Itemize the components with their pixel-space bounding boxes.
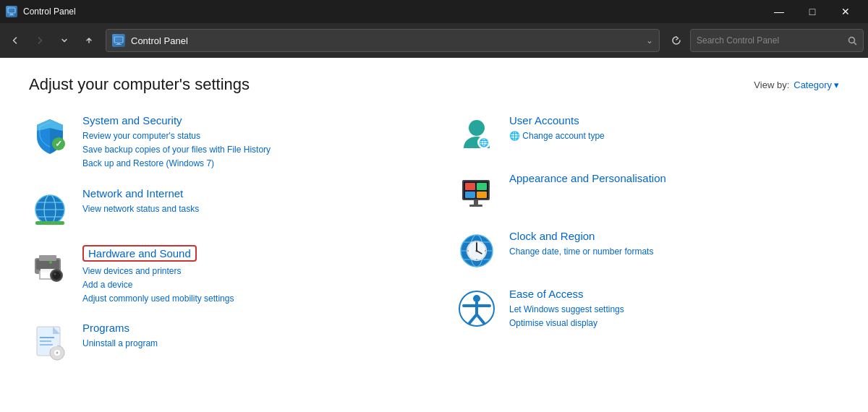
user-accounts-text: User Accounts 🌐 Change account type <box>509 114 839 143</box>
minimize-button[interactable]: — <box>762 0 796 23</box>
svg-rect-43 <box>474 200 478 205</box>
dropdown-button[interactable] <box>54 29 75 52</box>
category-clock-region: Clock and Region Change date, time or nu… <box>456 230 839 272</box>
svg-rect-1 <box>10 14 13 15</box>
svg-rect-28 <box>40 340 51 342</box>
svg-rect-42 <box>477 192 487 198</box>
categories-grid: ✓ System and Security Review your comput… <box>29 114 839 379</box>
network-link-1[interactable]: View network status and tasks <box>82 202 412 216</box>
ease-access-text: Ease of Access Let Windows suggest setti… <box>509 288 839 330</box>
svg-rect-15 <box>36 259 59 270</box>
svg-rect-29 <box>40 344 53 346</box>
category-user-accounts: 🌐 User Accounts 🌐 Change account type <box>456 114 839 156</box>
window-title: Control Panel <box>23 7 76 17</box>
system-security-title[interactable]: System and Security <box>82 114 182 126</box>
view-by-control: View by: Category ▾ <box>754 80 839 90</box>
system-security-link-1[interactable]: Review your computer's status <box>82 129 412 143</box>
svg-rect-27 <box>40 337 54 338</box>
svg-point-55 <box>476 259 477 260</box>
svg-rect-41 <box>465 192 475 198</box>
search-input[interactable] <box>697 35 843 46</box>
clock-region-title[interactable]: Clock and Region <box>509 230 595 242</box>
address-chevron: ⌄ <box>646 35 653 46</box>
app-icon <box>6 6 17 17</box>
system-security-link-3[interactable]: Back up and Restore (Windows 7) <box>82 157 412 171</box>
svg-rect-40 <box>477 183 487 190</box>
ease-access-icon <box>456 288 498 330</box>
category-hardware: Hardware and Sound View devices and prin… <box>29 245 412 306</box>
programs-text: Programs Uninstall a program <box>82 322 412 351</box>
svg-line-61 <box>477 314 484 323</box>
svg-point-24 <box>49 261 52 264</box>
svg-rect-16 <box>39 255 56 261</box>
view-by-dropdown[interactable]: Category ▾ <box>793 80 839 90</box>
network-text: Network and Internet View network status… <box>82 187 412 216</box>
ease-access-link-1[interactable]: Let Windows suggest settings <box>509 303 839 317</box>
ease-access-link-2[interactable]: Optimise visual display <box>509 317 839 330</box>
hardware-title[interactable]: Hardware and Sound <box>82 245 197 262</box>
address-bar: Control Panel ⌄ <box>0 23 868 58</box>
svg-text:✓: ✓ <box>55 139 62 149</box>
hardware-link-1[interactable]: View devices and printers <box>82 265 412 278</box>
category-appearance: Appearance and Personalisation <box>456 172 839 214</box>
maximize-button[interactable]: □ <box>796 0 829 23</box>
page-title: Adjust your computer's settings <box>29 75 250 94</box>
category-programs: Programs Uninstall a program <box>29 322 412 364</box>
ease-access-title[interactable]: Ease of Access <box>509 288 584 300</box>
refresh-button[interactable] <box>665 29 687 52</box>
svg-point-23 <box>54 272 56 275</box>
hardware-icon <box>29 245 71 287</box>
category-system-security: ✓ System and Security Review your comput… <box>29 114 412 171</box>
programs-title[interactable]: Programs <box>82 322 129 334</box>
main-content: Adjust your computer's settings View by:… <box>0 58 868 412</box>
svg-rect-13 <box>35 221 64 225</box>
appearance-title[interactable]: Appearance and Personalisation <box>509 172 666 184</box>
right-column: 🌐 User Accounts 🌐 Change account type <box>456 114 839 379</box>
svg-point-52 <box>476 250 478 252</box>
clock-region-link-1[interactable]: Change date, time or number formats <box>509 245 839 259</box>
page-header: Adjust your computer's settings View by:… <box>29 75 839 94</box>
hardware-text: Hardware and Sound View devices and prin… <box>82 245 412 306</box>
system-security-text: System and Security Review your computer… <box>82 114 412 171</box>
left-column: ✓ System and Security Review your comput… <box>29 114 412 379</box>
svg-rect-0 <box>8 8 15 13</box>
user-accounts-title[interactable]: User Accounts <box>509 114 579 126</box>
svg-point-22 <box>53 272 60 279</box>
user-accounts-link-1[interactable]: 🌐 Change account type <box>509 129 839 143</box>
svg-point-34 <box>469 120 485 136</box>
svg-rect-6 <box>115 38 122 41</box>
network-title[interactable]: Network and Internet <box>82 187 183 199</box>
user-accounts-icon: 🌐 <box>456 114 498 156</box>
appearance-icon <box>456 172 498 214</box>
view-by-label: View by: <box>754 80 789 90</box>
network-icon <box>29 187 71 229</box>
svg-point-54 <box>485 250 486 252</box>
address-text: Control Panel <box>131 35 640 46</box>
search-box[interactable] <box>690 29 864 52</box>
system-security-icon: ✓ <box>29 114 71 156</box>
appearance-text: Appearance and Personalisation <box>509 172 839 187</box>
hardware-link-3[interactable]: Adjust commonly used mobility settings <box>82 292 412 306</box>
address-box[interactable]: Control Panel ⌄ <box>106 29 660 52</box>
svg-rect-39 <box>465 183 475 190</box>
svg-rect-44 <box>469 205 482 207</box>
system-security-link-2[interactable]: Save backup copies of your files with Fi… <box>82 143 412 157</box>
forward-button[interactable] <box>29 29 51 52</box>
svg-text:🌐: 🌐 <box>479 137 489 147</box>
svg-point-53 <box>476 241 477 243</box>
programs-link-1[interactable]: Uninstall a program <box>82 337 412 351</box>
search-button[interactable] <box>848 36 857 46</box>
hardware-link-2[interactable]: Add a device <box>82 278 412 292</box>
svg-point-56 <box>467 250 469 252</box>
svg-rect-4 <box>117 43 120 44</box>
back-button[interactable] <box>4 29 26 52</box>
category-ease-access: Ease of Access Let Windows suggest setti… <box>456 288 839 330</box>
title-bar: Control Panel — □ ✕ <box>0 0 868 23</box>
svg-line-60 <box>469 314 477 323</box>
location-icon <box>112 34 125 47</box>
close-button[interactable]: ✕ <box>829 0 862 23</box>
svg-rect-2 <box>9 15 14 16</box>
window-controls: — □ ✕ <box>762 0 862 23</box>
clock-region-text: Clock and Region Change date, time or nu… <box>509 230 839 259</box>
up-button[interactable] <box>78 29 100 52</box>
